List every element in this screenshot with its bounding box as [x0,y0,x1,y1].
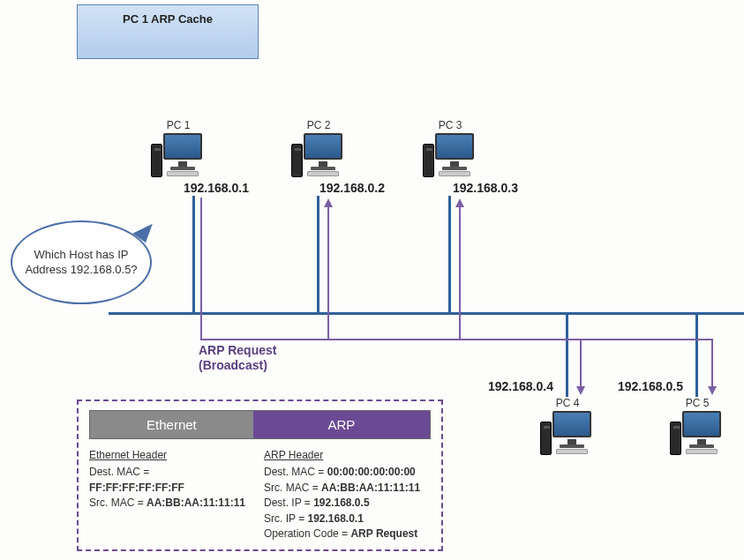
packet-detail-box: Ethernet ARP Ethernet Header Dest. MAC =… [77,399,443,551]
bus-connector-pc4 [566,314,568,397]
computer-icon [151,133,206,177]
ethernet-segment: Ethernet [90,411,253,438]
arp-request-line2: (Broadcast) [199,358,267,372]
bus-connector-pc1 [192,196,195,313]
network-bus [109,312,744,315]
arp-path [711,339,713,387]
pc-1: PC 1 [147,119,209,177]
pc-2-label: PC 2 [288,119,349,131]
ethernet-header-title: Ethernet Header [89,448,246,463]
eth-src-val: AA:BB:AA:11:11:11 [147,497,245,509]
bus-connector-pc5 [695,314,698,397]
pc-2-ip: 192.168.0.2 [319,181,385,195]
arp-sip-label: Src. IP = [264,512,307,525]
arrow-up-icon [324,198,333,207]
pc-1-ip: 192.168.0.1 [184,181,249,195]
arp-dip-val: 192.168.0.5 [313,497,369,509]
computer-icon [291,133,346,177]
pc-5-label: PC 5 [666,397,728,409]
arp-path [200,198,202,340]
bus-connector-pc2 [317,196,319,313]
speech-text: Which Host has IP Address 192.168.0.5? [12,248,150,277]
arrow-down-icon [708,386,717,395]
pc-1-label: PC 1 [147,119,209,131]
bus-connector-pc3 [448,196,451,313]
pc-3-label: PC 3 [419,119,481,131]
arp-smac-val: AA:BB:AA:11:11:11 [321,482,420,494]
arp-sip-val: 192.168.0.1 [307,512,363,525]
arp-header-col: ARP Header Dest. MAC = 00:00:00:00:00:00… [264,448,420,541]
arp-cache-box: PC 1 ARP Cache [77,4,259,59]
eth-dest-label: Dest. MAC = [89,466,149,478]
arp-request-label: ARP Request (Broadcast) [199,343,276,373]
eth-src-label: Src. MAC = [89,497,147,509]
arp-dip-label: Dest. IP = [264,497,313,509]
pc-2: PC 2 [288,119,349,177]
packet-header-bar: Ethernet ARP [89,410,431,439]
arp-cache-title: PC 1 ARP Cache [123,12,213,26]
arp-smac-label: Src. MAC = [264,482,321,494]
arp-path [327,206,329,340]
pc-3-ip: 192.168.0.3 [453,181,518,195]
arp-op-label: Operation Code = [264,527,350,540]
computer-icon [670,411,725,455]
pc-3: PC 3 [419,119,481,177]
speech-bubble: Which Host has IP Address 192.168.0.5? [11,220,152,304]
ethernet-header-col: Ethernet Header Dest. MAC = FF:FF:FF:FF:… [89,448,246,541]
arp-path [200,339,713,340]
pc-4-ip: 192.168.0.4 [488,379,553,393]
pc-5-ip: 192.168.0.5 [618,379,683,393]
arrow-up-icon [455,198,464,207]
arrow-down-icon [576,386,585,395]
arp-path [459,206,461,340]
pc-5: PC 5 [666,397,728,455]
arp-segment: ARP [253,411,430,438]
eth-dest-val: FF:FF:FF:FF:FF:FF [89,482,184,494]
arp-request-line1: ARP Request [199,343,276,357]
arp-path [580,339,582,387]
computer-icon [540,411,595,455]
arp-dmac-val: 00:00:00:00:00:00 [327,466,416,478]
pc-4: PC 4 [537,397,598,455]
arp-dmac-label: Dest. MAC = [264,466,327,478]
computer-icon [423,133,477,177]
arp-header-title: ARP Header [264,448,420,463]
arp-op-val: ARP Request [350,527,417,540]
pc-4-label: PC 4 [537,397,598,409]
